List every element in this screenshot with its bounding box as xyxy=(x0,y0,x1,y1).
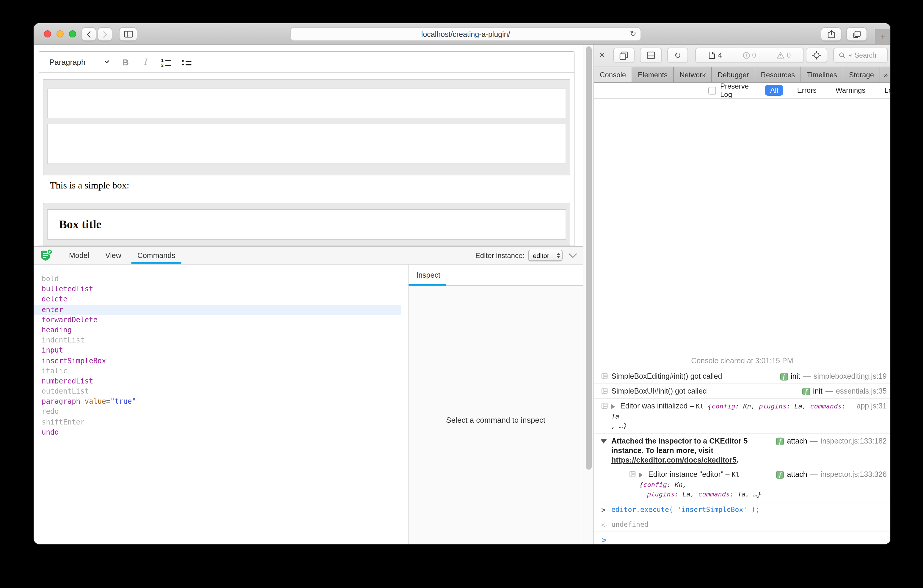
heading-dropdown-label: Paragraph xyxy=(49,57,85,66)
reload-page-button[interactable]: ↻ xyxy=(667,48,688,63)
tab-overview-button[interactable] xyxy=(846,27,867,41)
console-prompt[interactable]: > xyxy=(594,532,890,544)
source-location-link[interactable]: essentials.js:35 xyxy=(836,386,887,396)
filter-logs[interactable]: Logs xyxy=(879,85,890,96)
bulleted-list-button[interactable] xyxy=(176,57,196,67)
numbered-list-icon: 1 2 xyxy=(161,59,171,67)
command-row[interactable]: heading xyxy=(34,325,401,335)
devtools-tab-timelines[interactable]: Timelines xyxy=(801,67,843,82)
devtools-tab-elements[interactable]: Elements xyxy=(632,67,674,82)
input-chevron-icon: > xyxy=(601,505,605,515)
command-row[interactable]: insertSimpleBox xyxy=(34,356,401,366)
dock-side-button[interactable] xyxy=(613,48,635,63)
devtools-tab-console[interactable]: Console xyxy=(594,67,632,82)
devtools-tab-resources[interactable]: Resources xyxy=(755,67,801,82)
collapse-triangle-icon[interactable] xyxy=(601,439,607,447)
function-badge: f xyxy=(776,437,784,445)
ckeditor-content[interactable]: This is a simple box: Box title xyxy=(39,72,575,246)
simple-box-title-field[interactable] xyxy=(47,89,566,118)
page-scrollbar[interactable] xyxy=(583,44,593,544)
minimize-traffic-light[interactable] xyxy=(56,30,64,38)
function-badge: f xyxy=(776,471,784,478)
filter-all[interactable]: All xyxy=(765,85,783,96)
command-row[interactable]: input xyxy=(34,346,401,356)
devtools-tab-network[interactable]: Network xyxy=(674,67,712,82)
safari-window: localhost/creating-a-plugin/ ↻ + Paragra… xyxy=(34,23,890,544)
editor-instance-label: Editor instance: xyxy=(475,251,524,260)
more-tabs-button[interactable]: » xyxy=(880,67,890,82)
console-log-row: fattach—inspector.js:133:326 Editor inst… xyxy=(623,467,887,499)
zoom-traffic-light[interactable] xyxy=(69,30,76,38)
tab-commands[interactable]: Commands xyxy=(133,247,180,264)
devtools-tab-debugger[interactable]: Debugger xyxy=(712,67,755,82)
console-log-row: finit—simpleboxediting.js:19 SimpleBoxEd… xyxy=(594,369,890,383)
command-row[interactable]: bulletedList xyxy=(34,284,401,294)
simple-box-description-field[interactable] xyxy=(47,124,566,164)
source-location-link[interactable]: app.js:31 xyxy=(857,401,887,411)
resource-summary-segment[interactable]: 4 0 0 xyxy=(695,48,804,63)
command-row[interactable]: shiftEnter xyxy=(34,417,401,427)
ckeditor-docs-link[interactable]: https://ckeditor.com/docs/ckeditor5 xyxy=(611,456,737,464)
tab-model[interactable]: Model xyxy=(65,247,94,264)
web-page: Paragraph B I 1 2 xyxy=(34,44,593,544)
source-location-link[interactable]: inspector.js:133:326 xyxy=(821,470,887,479)
forward-button[interactable] xyxy=(97,27,112,41)
simple-box-widget[interactable] xyxy=(43,79,570,176)
function-badge: f xyxy=(780,373,788,380)
console-pane: Console cleared at 3:01:15 PM finit—simp… xyxy=(594,99,890,544)
bold-button[interactable]: B xyxy=(115,57,136,67)
command-row[interactable]: indentList xyxy=(34,335,401,345)
command-row[interactable]: undo xyxy=(34,427,401,438)
back-button[interactable] xyxy=(82,27,96,41)
sidebar-toggle-button[interactable] xyxy=(119,27,137,41)
command-row[interactable]: bold xyxy=(34,274,401,284)
inspector-tabs: ModelViewCommands xyxy=(65,247,187,264)
command-row[interactable]: redo xyxy=(34,407,401,417)
preserve-log-checkbox[interactable] xyxy=(708,87,716,94)
heading-dropdown[interactable]: Paragraph xyxy=(39,52,115,72)
command-row[interactable]: numberedList xyxy=(34,376,401,386)
italic-button[interactable]: I xyxy=(136,56,156,67)
crosshair-icon xyxy=(812,51,821,60)
reload-icon[interactable]: ↻ xyxy=(630,29,636,38)
numbered-list-button[interactable]: 1 2 xyxy=(156,57,176,67)
dock-bottom-button[interactable] xyxy=(640,48,662,63)
editor-instance-select[interactable]: editor xyxy=(528,250,563,261)
inspect-placeholder: Select a command to inspect xyxy=(409,416,583,424)
expand-triangle-icon[interactable] xyxy=(611,404,618,409)
object-preview: , …} xyxy=(611,422,887,431)
command-row[interactable]: paragraph value="true" xyxy=(34,397,401,407)
log-text: SimpleBoxUI#init() got called xyxy=(611,387,707,395)
expand-triangle-icon[interactable] xyxy=(639,473,645,478)
share-button[interactable] xyxy=(821,27,841,41)
simple-box-widget[interactable]: Box title xyxy=(43,203,570,246)
collapse-panel-button[interactable] xyxy=(568,252,578,258)
tab-view[interactable]: View xyxy=(101,247,125,264)
console-filter-bar: Preserve Log AllErrorsWarningsLogs xyxy=(594,83,890,99)
tab-inspect[interactable]: Inspect xyxy=(416,271,440,279)
dock-side-icon xyxy=(619,51,629,60)
command-row[interactable]: delete xyxy=(34,295,401,305)
source-location-link[interactable]: simpleboxediting.js:19 xyxy=(814,371,887,381)
scrollbar-thumb[interactable] xyxy=(586,46,592,470)
filter-errors[interactable]: Errors xyxy=(792,85,822,96)
close-inspector-button[interactable]: ✕ xyxy=(599,51,605,60)
element-picker-button[interactable] xyxy=(806,48,827,63)
close-traffic-light[interactable] xyxy=(44,30,51,38)
preserve-log-label: Preserve Log xyxy=(720,82,749,99)
simple-box-title-field[interactable]: Box title xyxy=(47,209,566,240)
command-row[interactable]: forwardDelete xyxy=(34,315,401,325)
command-row[interactable]: italic xyxy=(34,366,401,376)
devtools-tab-storage[interactable]: Storage xyxy=(843,67,880,82)
search-field[interactable]: Search xyxy=(833,48,888,63)
log-icon xyxy=(601,402,608,409)
log-icon xyxy=(629,471,636,478)
ckeditor-logo-icon xyxy=(39,248,53,263)
command-row[interactable]: enter xyxy=(34,305,401,315)
address-bar[interactable]: localhost/creating-a-plugin/ ↻ xyxy=(290,27,641,41)
command-row[interactable]: outdentList xyxy=(34,386,401,397)
source-location-link[interactable]: inspector.js:133:182 xyxy=(821,436,887,446)
filter-warnings[interactable]: Warnings xyxy=(830,85,871,96)
reload-icon: ↻ xyxy=(674,51,681,60)
new-tab-button[interactable]: + xyxy=(875,29,890,44)
